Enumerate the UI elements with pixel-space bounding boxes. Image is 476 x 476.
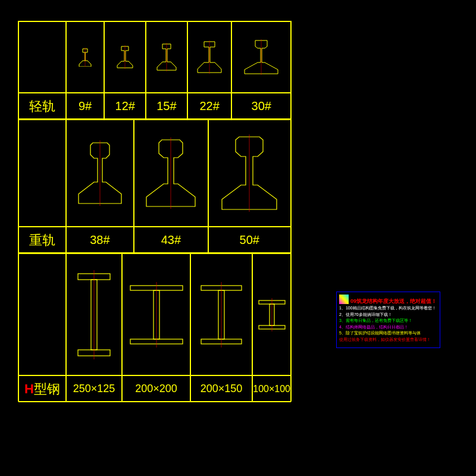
- rail-profile-icon: [66, 21, 105, 93]
- size-label: 100×100: [252, 375, 291, 402]
- rail-profile-icon: [187, 21, 232, 93]
- size-label: 200×150: [190, 375, 253, 402]
- heavy-rail-profile-icon: [66, 120, 134, 227]
- size-label: 12#: [104, 93, 146, 120]
- h-beam-profile-icon: [190, 253, 253, 375]
- size-label: 200×200: [122, 375, 190, 402]
- heavy-rail-label: 重轨: [18, 227, 66, 253]
- legend-item: 1、100精品结构图集免费下载，构在筑龙网等着您！: [339, 305, 437, 312]
- legend-title: 09筑龙结构年度大放送，绝对超值！: [350, 298, 437, 304]
- size-label: 30#: [231, 93, 291, 120]
- size-label: 15#: [146, 93, 187, 120]
- size-label: 250×125: [66, 375, 123, 402]
- rail-profile-icon: [104, 21, 146, 93]
- legend-box: 09筑龙结构年度大放送，绝对超值！ 1、100精品结构图集免费下载，构在筑龙网等…: [336, 292, 440, 348]
- legend-item: 使用过筑务下载资料，如仪器发安价重查看详情！: [339, 337, 437, 343]
- h-beam-profile-icon: [252, 253, 291, 375]
- legend-item: 4、结构师网络益品，结构日日都品！: [339, 324, 437, 331]
- heavy-rail-profile-icon: [208, 120, 291, 227]
- rail-profile-icon: [231, 21, 291, 93]
- logo-icon: [339, 295, 349, 304]
- size-label: 50#: [208, 227, 291, 253]
- light-rail-label: 轻轨: [18, 93, 66, 120]
- h-beam-profile-icon: [66, 253, 123, 375]
- heavy-rail-profile-icon: [134, 120, 208, 227]
- size-label: 43#: [134, 227, 208, 253]
- size-label: 38#: [66, 227, 134, 253]
- legend-item: 2、使用70多能搞详细下载！: [339, 312, 437, 318]
- h-beam-label: H型钢: [18, 375, 66, 402]
- size-label: 9#: [66, 93, 105, 120]
- legend-item: 3、需有每日集品，还有免费下载区等！: [339, 318, 437, 324]
- size-label: 22#: [187, 93, 232, 120]
- h-beam-profile-icon: [122, 253, 190, 375]
- legend-item: 5、除了宝筑护结设能网络图书馆资料等与体: [339, 330, 437, 337]
- rail-profile-icon: [146, 21, 187, 93]
